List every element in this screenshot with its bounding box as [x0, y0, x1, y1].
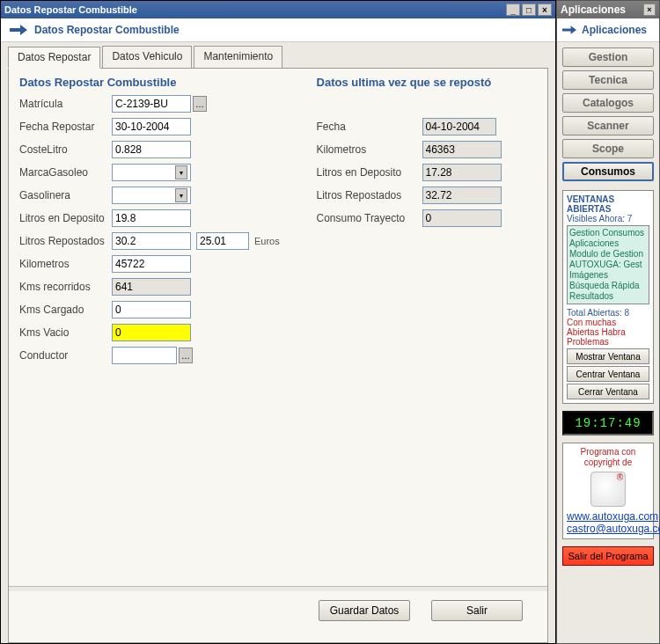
window-title: Datos Repostar Combustible — [4, 4, 506, 15]
window-controls: _ □ × — [506, 4, 552, 16]
copyright-text: Programa con copyright de — [567, 447, 649, 468]
fecha-label: Fecha Repostar — [19, 121, 112, 133]
last-fecha-value — [422, 118, 496, 135]
conductor-label: Conductor — [19, 349, 112, 362]
tab-datos-vehiculo[interactable]: Datos Vehiculo — [102, 46, 192, 68]
minimize-button[interactable]: _ — [506, 4, 520, 16]
km-rec-label: Kms recorridos — [19, 281, 112, 293]
side-btn-scope[interactable]: Scope — [562, 139, 654, 158]
litros-dep-label: Litros en Deposito — [19, 212, 112, 224]
euros-label: Euros — [254, 236, 280, 246]
side-btn-scanner[interactable]: Scanner — [562, 116, 654, 135]
km-vacio-label: Kms Vacio — [19, 326, 112, 339]
open-window-item[interactable]: Búsqueda Rápida — [569, 281, 647, 291]
matricula-value: C-2139-BU — [115, 98, 168, 110]
litros-dep-input[interactable] — [112, 209, 191, 227]
side-btn-gestion[interactable]: Gestion — [562, 48, 654, 67]
open-window-item[interactable]: Imágenes — [569, 270, 647, 281]
last-litros-rep-label: Litros Repostados — [317, 189, 422, 201]
open-windows-panel: VENTANAS ABIERTAS Visibles Ahora: 7 Gest… — [562, 190, 654, 404]
last-litros-dep-label: Litros en Deposito — [317, 166, 422, 179]
litros-rep-input[interactable] — [112, 232, 191, 250]
title-bar: Datos Repostar Combustible _ □ × — [1, 1, 555, 18]
side-subtitle: Aplicaciones — [557, 18, 659, 42]
open-window-item[interactable]: AUTOXUGA: Gest — [569, 260, 647, 270]
last-litros-dep-value — [422, 164, 502, 181]
last-fecha-label: Fecha — [317, 121, 422, 133]
tab-mantenimiento[interactable]: Mantenimiento — [194, 46, 282, 68]
km-label: Kilometros — [19, 258, 112, 270]
arrow-right-icon — [562, 26, 576, 34]
side-nav: Gestion Tecnica Catalogos Scanner Scope … — [557, 42, 659, 187]
gasolinera-label: Gasolinera — [19, 189, 112, 201]
mostrar-ventana-button[interactable]: Mostrar Ventana — [567, 348, 649, 364]
salir-button[interactable]: Salir — [431, 600, 523, 621]
side-btn-tecnica[interactable]: Tecnica — [562, 70, 654, 90]
cerrar-ventana-button[interactable]: Cerrar Ventana — [567, 384, 649, 399]
matricula-combo[interactable]: C-2139-BU — [112, 95, 191, 113]
last-consumo-label: Consumo Trayecto — [317, 212, 422, 224]
chevron-down-icon: ▾ — [175, 188, 187, 202]
km-carg-label: Kms Cargado — [19, 304, 112, 316]
coste-input[interactable] — [112, 141, 191, 158]
side-subtitle-text: Aplicaciones — [582, 24, 647, 36]
open-window-item[interactable]: Gestion Consumos — [569, 228, 647, 238]
open-windows-visible: Visibles Ahora: 7 — [567, 214, 649, 223]
tab-bar: Datos Repostar Datos Vehiculo Mantenimie… — [1, 42, 555, 68]
litros-rep-euro-input[interactable] — [196, 232, 249, 250]
last-litros-rep-value — [422, 187, 502, 204]
marca-label: MarcaGasoleo — [19, 166, 112, 179]
form-section-title: Datos Repostar Combustible — [19, 76, 299, 89]
conductor-input[interactable] — [112, 347, 177, 364]
subtitle-text: Datos Repostar Combustible — [34, 24, 180, 36]
open-windows-list[interactable]: Gestion Consumos Aplicaciones Modulo de … — [567, 225, 649, 304]
guardar-button[interactable]: Guardar Datos — [319, 600, 410, 621]
chevron-down-icon: ▾ — [175, 165, 187, 179]
clock: 19:17:49 — [562, 411, 654, 435]
conductor-lookup-button[interactable]: … — [179, 348, 193, 363]
open-windows-total: Total Abiertas: 8 — [567, 308, 649, 318]
subtitle-bar: Datos Repostar Combustible — [1, 18, 555, 42]
arrow-right-icon — [10, 25, 27, 35]
copyright-panel: Programa con copyright de ® www.autoxuga… — [562, 443, 654, 539]
km-rec-readonly — [112, 278, 191, 296]
gasolinera-combo[interactable]: ▾ — [112, 187, 191, 204]
km-input[interactable] — [112, 255, 191, 273]
side-title-bar: Aplicaciones × — [557, 1, 659, 18]
logo-icon: ® — [590, 472, 626, 507]
last-km-value — [422, 141, 502, 158]
last-km-label: Kilometros — [317, 143, 422, 156]
right-column: Datos ultima vez que se repostó Fecha Ki… — [317, 76, 537, 369]
litros-rep-label: Litros Repostados — [19, 235, 112, 247]
form-area: Datos Repostar Combustible Matrícula C-2… — [19, 76, 537, 369]
matricula-label: Matrícula — [19, 98, 112, 110]
last-title: Datos ultima vez que se repostó — [317, 76, 537, 89]
website-link[interactable]: www.autoxuga.com — [567, 510, 649, 523]
side-btn-consumos[interactable]: Consumos — [562, 162, 654, 181]
marca-combo[interactable]: ▾ — [112, 164, 191, 181]
side-close-button[interactable]: × — [643, 4, 656, 16]
open-window-item[interactable]: Resultados — [569, 291, 647, 302]
tab-content: Datos Repostar Combustible Matrícula C-2… — [8, 68, 548, 643]
left-column: Datos Repostar Combustible Matrícula C-2… — [19, 76, 299, 369]
centrar-ventana-button[interactable]: Centrar Ventana — [567, 366, 649, 382]
open-windows-header: VENTANAS ABIERTAS — [567, 194, 649, 214]
coste-label: CosteLitro — [19, 143, 112, 156]
matricula-lookup-button[interactable]: … — [193, 96, 207, 112]
tab-datos-repostar[interactable]: Datos Repostar — [8, 47, 100, 69]
main-window: Datos Repostar Combustible _ □ × Datos R… — [0, 0, 556, 644]
fecha-input[interactable] — [112, 118, 191, 135]
salir-programa-button[interactable]: Salir del Programa — [562, 546, 654, 566]
side-title: Aplicaciones — [561, 4, 643, 16]
footer-buttons: Guardar Datos Salir — [19, 591, 537, 635]
km-vacio-input[interactable] — [112, 324, 191, 341]
km-carg-input[interactable] — [112, 301, 191, 318]
email-link[interactable]: castro@autoxuga.com — [567, 523, 649, 535]
side-btn-catalogos[interactable]: Catalogos — [562, 93, 654, 113]
open-window-item[interactable]: Aplicaciones — [569, 238, 647, 249]
open-windows-warn: Con muchas Abiertas Habra Problemas — [567, 318, 649, 347]
close-button[interactable]: × — [538, 4, 552, 16]
maximize-button[interactable]: □ — [522, 4, 536, 16]
side-panel: Aplicaciones × Aplicaciones Gestion Tecn… — [556, 0, 660, 644]
open-window-item[interactable]: Modulo de Gestion — [569, 249, 647, 260]
